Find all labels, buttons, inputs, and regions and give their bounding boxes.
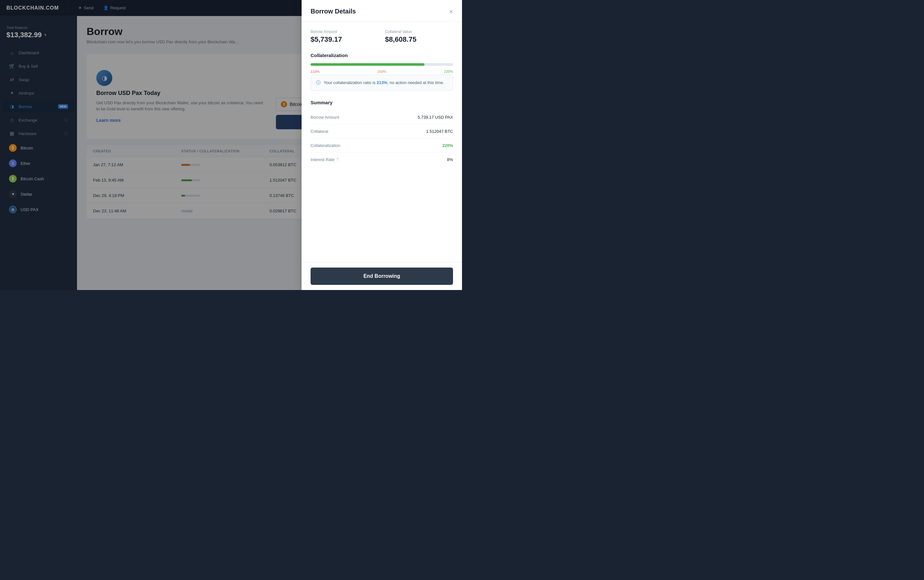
collateral-value-section: Collateral Value $8,608.75: [385, 30, 453, 44]
summary-row-interest: Interest Rate ? 8%: [311, 153, 453, 166]
panel-values: Borrow Amount $5,739.17 Collateral Value…: [311, 30, 453, 44]
summary-row-collateral: Collateral 1.512047 BTC: [311, 124, 453, 138]
summary-borrow-value: 5,739.17 USD PAX: [418, 115, 453, 120]
collateralization-title: Collateralization: [311, 53, 453, 58]
summary-borrow-label: Borrow Amount: [311, 115, 339, 120]
borrow-amount-value: $5,739.17: [311, 35, 379, 44]
summary-row-collateralization: Collateralization 220%: [311, 138, 453, 153]
summary-collateral-value: 1.512047 BTC: [426, 129, 453, 134]
panel-footer: End Borrowing: [301, 262, 462, 290]
info-text: Your collateralization ratio is 213%, no…: [324, 79, 444, 86]
info-circle-icon: ⓘ: [316, 80, 321, 86]
summary-title: Summary: [311, 100, 453, 105]
borrow-detail-panel: Borrow Details × Borrow Amount $5,739.17…: [301, 0, 462, 290]
summary-collateralization-value: 220%: [442, 143, 453, 148]
close-button[interactable]: ×: [449, 8, 453, 15]
summary-collateralization-label: Collateralization: [311, 143, 340, 148]
collateral-markers: 110% 150% 220%: [311, 68, 453, 75]
end-borrowing-button[interactable]: End Borrowing: [311, 267, 453, 285]
summary-interest-value: 8%: [447, 157, 453, 162]
collateral-bar-wrapper: [311, 63, 453, 66]
summary-collateral-label: Collateral: [311, 129, 328, 134]
main-layout: Total Balance $13,382.99 ▾ ⌂ Dashboard 🛒…: [0, 16, 462, 290]
panel-header: Borrow Details ×: [301, 0, 462, 22]
marker-110: 110%: [311, 69, 320, 74]
collateral-bar-fill: [311, 63, 425, 66]
marker-220: 220%: [444, 69, 453, 74]
panel-body: Borrow Amount $5,739.17 Collateral Value…: [301, 22, 462, 262]
summary-section: Summary Borrow Amount 5,739.17 USD PAX C…: [311, 100, 453, 166]
borrow-amount-section: Borrow Amount $5,739.17: [311, 30, 379, 44]
collateral-value-label: Collateral Value: [385, 30, 453, 34]
summary-interest-label: Interest Rate ?: [311, 157, 338, 162]
collateral-value-amount: $8,608.75: [385, 35, 453, 44]
interest-help-icon[interactable]: ?: [336, 157, 338, 161]
collateral-progress-bar: [311, 63, 453, 66]
summary-row-borrow-amount: Borrow Amount 5,739.17 USD PAX: [311, 110, 453, 124]
collateral-info-box: ⓘ Your collateralization ratio is 213%, …: [311, 75, 453, 91]
marker-150: 150%: [377, 69, 386, 74]
borrow-amount-label: Borrow Amount: [311, 30, 379, 34]
panel-title: Borrow Details: [311, 8, 356, 15]
